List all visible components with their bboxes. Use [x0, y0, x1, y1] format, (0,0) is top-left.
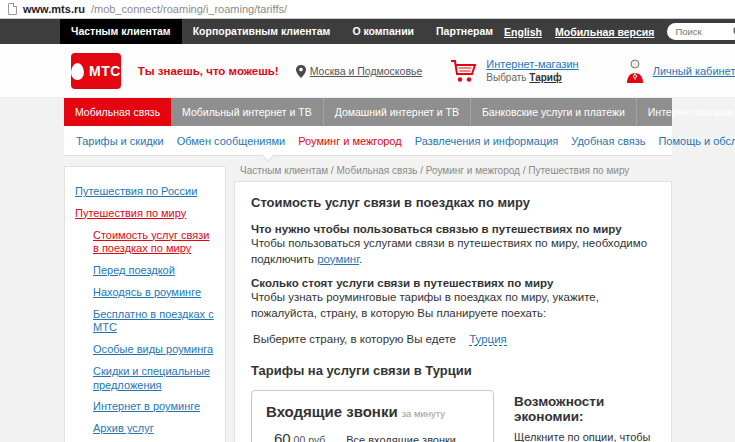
main-content: Стоимость услуг связи в поездках по миру… — [234, 181, 672, 442]
nav-tab-mobile-internet-tv[interactable]: Мобильный интернет и ТВ — [171, 98, 324, 126]
personal-account-link[interactable]: Личный кабинет — [653, 65, 735, 77]
tariff-incoming-title: Входящие звонкиза минуту — [266, 403, 479, 420]
page-title: Стоимость услуг связи в поездках по миру — [251, 195, 655, 210]
url-path: /mob_connect/roaming/i_roaming/tariffs/ — [91, 3, 287, 15]
sidebar-item-free-with-mts[interactable]: Бесплатно в поездках с МТС — [93, 308, 217, 336]
section2-text: Чтобы узнать роуминговые тарифы в поездк… — [251, 290, 655, 321]
country-selector-row: Выберите страну, в которую Вы едете Турц… — [253, 333, 655, 345]
topbar-item-corporate-clients[interactable]: Корпоративным клиентам — [182, 19, 342, 44]
nav-tab-home-internet-tv[interactable]: Домашний интернет и ТВ — [324, 98, 471, 126]
logo-text: МТС — [89, 63, 121, 79]
cart-icon[interactable] — [450, 59, 478, 84]
country-selector-label: Выберите страну, в которую Вы едете — [253, 333, 456, 345]
site-header: МТС Ты знаешь, что можешь! Москва и Подм… — [0, 44, 735, 98]
main-nav: Мобильная связь Мобильный интернет и ТВ … — [64, 98, 672, 126]
search-box[interactable] — [667, 23, 735, 40]
subnav-roaming[interactable]: Роуминг и межгород — [298, 135, 402, 147]
section1-heading: Что нужно чтобы пользоваться связью в пу… — [251, 223, 655, 235]
location-pin-icon — [296, 65, 306, 78]
tariff-incoming-price: 60 — [274, 430, 291, 442]
region-selector[interactable]: Москва и Подмосковье — [296, 65, 423, 78]
sidebar-item-in-roaming[interactable]: Находясь в роуминге — [93, 286, 217, 300]
page-icon — [8, 3, 17, 15]
region-link[interactable]: Москва и Подмосковье — [310, 65, 423, 77]
section1-text: Чтобы пользоваться услугами связи в путе… — [251, 236, 655, 267]
tariff-incoming: Входящие звонкиза минуту 60,00 руб. Все … — [266, 403, 479, 442]
account-block: Личный кабинет — [625, 59, 735, 83]
sidebar-item-service-archive[interactable]: Архив услуг — [93, 422, 217, 436]
sidebar-menu: Путешествия по России Путешествия по мир… — [64, 166, 226, 442]
tariff-card: Входящие звонкиза минуту 60,00 руб. Все … — [251, 390, 494, 442]
sidebar-item-discounts[interactable]: Скидки и специальные предложения — [93, 365, 217, 393]
search-input[interactable] — [675, 26, 733, 37]
subnav-convenient[interactable]: Удобная связь — [571, 135, 645, 147]
mobile-version-link[interactable]: Мобильная версия — [555, 26, 654, 38]
shop-block: Интернет-магазин Выбрать Тариф — [450, 58, 578, 84]
sidebar-item-before-trip[interactable]: Перед поездкой — [93, 264, 217, 278]
online-shop-link[interactable]: Интернет-магазин — [486, 58, 578, 72]
subnav-tariffs[interactable]: Тарифы и скидки — [76, 135, 164, 147]
browser-address-bar[interactable]: www.mts.ru/mob_connect/roaming/i_roaming… — [0, 0, 735, 19]
subnav-messaging[interactable]: Обмен сообщениями — [177, 135, 286, 147]
section2-heading: Сколько стоят услуги связи в путешествия… — [251, 277, 655, 289]
tagline: Ты знаешь, что можешь! — [138, 65, 279, 77]
sidebar-item-travel-russia[interactable]: Путешествия по России — [75, 185, 217, 199]
sub-nav: Тарифы и скидки Обмен сообщениями Роумин… — [64, 126, 672, 156]
sidebar-item-travel-world[interactable]: Путешествия по миру — [75, 207, 217, 221]
mts-logo[interactable]: МТС — [71, 53, 121, 89]
tariff-incoming-desc: Все входящие звонки — [346, 434, 456, 442]
country-dropdown[interactable]: Турция — [469, 333, 507, 346]
nav-tab-mobile[interactable]: Мобильная связь — [64, 98, 171, 126]
url-host: www.mts.ru — [23, 3, 85, 15]
savings-text: Щелкните по опции, чтобы узнать, как она… — [514, 430, 655, 442]
subnav-help[interactable]: Помощь и обслуживание — [658, 135, 735, 147]
topbar-item-partners[interactable]: Партнерам — [425, 19, 504, 44]
sidebar-item-special-roaming[interactable]: Особые виды роуминга — [93, 343, 217, 357]
topbar-item-about-company[interactable]: О компании — [341, 19, 425, 44]
savings-heading: Возможности экономии: — [514, 394, 655, 424]
tariffs-heading: Тарифы на услуги связи в Турции — [251, 363, 655, 378]
user-icon[interactable] — [625, 59, 645, 83]
top-utility-bar: Частным клиентам Корпоративным клиентам … — [0, 19, 735, 44]
choose-tariff-line: Выбрать Тариф — [486, 72, 578, 85]
egg-icon — [71, 63, 84, 80]
tariff-link[interactable]: Тариф — [529, 72, 561, 83]
breadcrumb: Частным клиентам / Мобильная связь / Роу… — [240, 165, 672, 176]
subnav-entertainment[interactable]: Развлечения и информация — [415, 135, 559, 147]
roaming-link[interactable]: роуминг — [317, 253, 359, 265]
sidebar-item-cost-of-services[interactable]: Стоимость услуг связи в поездках по миру — [93, 229, 217, 257]
savings-panel: Возможности экономии: Щелкните по опции,… — [494, 390, 655, 442]
english-link[interactable]: English — [504, 26, 542, 38]
topbar-item-private-clients[interactable]: Частным клиентам — [60, 19, 182, 44]
sidebar-item-internet-roaming[interactable]: Интернет в роуминге — [93, 400, 217, 414]
tariff-incoming-unit: за минуту — [402, 408, 445, 419]
nav-tab-shop[interactable]: Интернет-магазин — [637, 98, 735, 126]
nav-tab-banking[interactable]: Банковские услуги и платежи — [471, 98, 637, 126]
